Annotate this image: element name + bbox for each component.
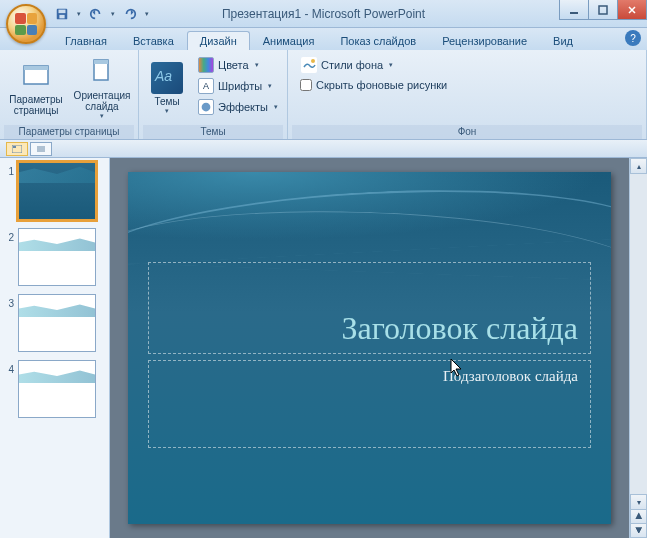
tab-animation[interactable]: Анимация [250,31,328,50]
maximize-icon [598,5,608,15]
chevron-down-icon: ▾ [274,103,278,111]
thumbnails-icon [12,145,22,153]
group-label-page-setup: Параметры страницы [4,125,134,139]
minimize-button[interactable] [559,0,589,20]
svg-point-9 [202,102,211,111]
help-icon: ? [630,33,636,44]
close-button[interactable] [617,0,647,20]
thumbnail-row: 2 [0,224,109,290]
slide-orientation-button[interactable]: Ориентация слайда ▾ [70,52,134,120]
svg-rect-12 [13,146,16,148]
effects-label: Эффекты [218,101,268,113]
fonts-icon: A [198,78,214,94]
thumbnail-row: 4 [0,356,109,422]
svg-rect-8 [94,60,108,64]
chevron-down-icon: ▾ [165,107,169,115]
window-controls [560,0,647,20]
hide-background-graphics-checkbox[interactable]: Скрыть фоновые рисунки [296,77,451,93]
themes-gallery-button[interactable]: Темы ▾ [143,52,191,120]
group-label-background: Фон [292,125,642,139]
themes-label: Темы [154,96,179,107]
chevron-down-icon: ▾ [268,82,272,90]
save-dropdown-icon[interactable]: ▾ [74,10,84,18]
title-text: Заголовок слайда [341,310,578,347]
tab-design[interactable]: Дизайн [187,31,250,50]
thumbnail-number: 1 [4,162,14,177]
slide-thumbnail-1[interactable] [18,162,96,220]
close-icon [627,5,637,15]
minimize-icon [569,5,579,15]
chevron-down-icon: ▾ [389,61,393,69]
help-button[interactable]: ? [625,30,641,46]
orientation-icon [86,56,118,88]
chevron-down-icon: ▾ [100,112,104,120]
previous-slide-button[interactable]: ⯅ [630,510,647,524]
colors-label: Цвета [218,59,249,71]
title-placeholder[interactable]: Заголовок слайда [148,262,591,354]
background-styles-label: Стили фона [321,59,383,71]
slide-canvas[interactable]: Заголовок слайда Подзаголовок слайда [128,172,611,524]
window-title: Презентация1 - Microsoft PowerPoint [222,7,425,21]
scroll-up-button[interactable]: ▴ [630,158,647,174]
slide-thumbnail-4[interactable] [18,360,96,418]
quick-access-toolbar: ▾ ▾ ▾ [52,0,152,27]
colors-icon [198,57,214,73]
hide-graphics-label: Скрыть фоновые рисунки [316,79,447,91]
undo-icon [89,7,103,21]
subtitle-placeholder[interactable]: Подзаголовок слайда [148,360,591,448]
slide-thumbnails-panel: 1 2 3 4 [0,158,110,538]
effects-icon [198,99,214,115]
fonts-label: Шрифты [218,80,262,92]
undo-dropdown-icon[interactable]: ▾ [108,10,118,18]
theme-effects-button[interactable]: Эффекты ▾ [193,96,283,117]
page-setup-label: Параметры страницы [9,94,62,116]
slide-thumbnail-2[interactable] [18,228,96,286]
group-label-themes: Темы [143,125,283,139]
title-bar: ▾ ▾ ▾ Презентация1 - Microsoft PowerPoin… [0,0,647,28]
scroll-down-button[interactable]: ▾ [630,494,647,510]
svg-rect-4 [599,6,607,14]
maximize-button[interactable] [588,0,618,20]
ribbon: Параметры страницы Ориентация слайда ▾ П… [0,50,647,140]
theme-fonts-button[interactable]: A Шрифты ▾ [193,75,283,96]
thumbnail-row: 1 [0,158,109,224]
thumbnail-number: 4 [4,360,14,375]
tab-insert[interactable]: Вставка [120,31,187,50]
tab-view[interactable]: Вид [540,31,586,50]
redo-icon [123,7,137,21]
slide-editor[interactable]: Заголовок слайда Подзаголовок слайда [110,158,629,538]
group-background: Стили фона ▾ Скрыть фоновые рисунки Фон [288,50,647,139]
slide-thumbnail-3[interactable] [18,294,96,352]
group-themes: Темы ▾ Цвета ▾ A Шрифты ▾ Эффекты ▾ [139,50,288,139]
svg-rect-2 [59,14,64,18]
next-slide-button[interactable]: ⯆ [630,524,647,538]
svg-rect-6 [24,66,48,70]
tab-slideshow[interactable]: Показ слайдов [327,31,429,50]
office-button[interactable] [6,4,46,44]
tab-home[interactable]: Главная [52,31,120,50]
themes-icon [151,62,183,94]
svg-point-10 [311,59,315,63]
svg-rect-1 [59,9,66,13]
svg-rect-3 [570,12,578,14]
vertical-scrollbar: ▴ ▾ ⯅ ⯆ [629,158,647,538]
checkbox-input[interactable] [300,79,312,91]
outline-tab[interactable] [30,142,52,156]
save-button[interactable] [52,4,72,24]
scroll-track[interactable] [630,174,647,494]
undo-button[interactable] [86,4,106,24]
outline-thumbnails-tabs [0,140,647,158]
thumbnails-tab[interactable] [6,142,28,156]
outline-icon [36,145,46,153]
save-icon [55,7,69,21]
page-setup-button[interactable]: Параметры страницы [4,52,68,120]
redo-button[interactable] [120,4,140,24]
page-setup-icon [20,60,52,92]
qat-customize-icon[interactable]: ▾ [142,10,152,18]
theme-colors-button[interactable]: Цвета ▾ [193,54,283,75]
tab-review[interactable]: Рецензирование [429,31,540,50]
work-area: 1 2 3 4 Заголовок слайда Подзаголовок сл… [0,158,647,538]
chevron-down-icon: ▾ [255,61,259,69]
background-styles-button[interactable]: Стили фона ▾ [296,54,398,75]
subtitle-text: Подзаголовок слайда [443,368,578,384]
